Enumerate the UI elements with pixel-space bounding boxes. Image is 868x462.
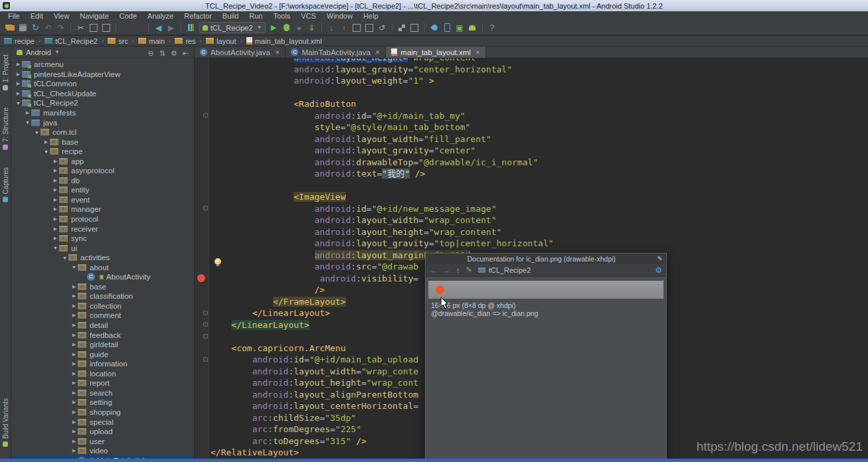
menu-window[interactable]: Window [321, 11, 358, 21]
run-configurations-icon[interactable] [185, 23, 197, 33]
expand-arrow-icon[interactable]: ▶ [52, 178, 59, 183]
tree-item-location[interactable]: ▶location [11, 369, 194, 379]
expand-arrow-icon[interactable]: ▶ [52, 226, 59, 232]
editor-tab-main_tab_layout.xml[interactable]: main_tab_layout.xml✕ [386, 46, 486, 58]
hide-panel-icon[interactable]: ⇤ [183, 49, 189, 57]
menu-analyze[interactable]: Analyze [142, 11, 179, 21]
forward-icon[interactable]: → [443, 266, 450, 274]
tree-item-entity[interactable]: ▶entity [11, 185, 194, 195]
fold-marker-icon[interactable] [203, 357, 208, 362]
menu-navigate[interactable]: Navigate [74, 11, 114, 21]
debug-icon[interactable] [281, 23, 292, 33]
expand-arrow-icon[interactable]: ▶ [15, 62, 22, 67]
help-icon[interactable]: ? [487, 23, 498, 33]
close-tab-icon[interactable]: ✕ [375, 49, 381, 56]
expand-arrow-icon[interactable]: ▶ [52, 206, 59, 212]
tree-item-detail[interactable]: ▶detail [11, 321, 194, 331]
expand-arrow-icon[interactable]: ▶ [70, 342, 78, 347]
android-monitor-icon[interactable] [467, 23, 478, 33]
menu-refactor[interactable]: Refactor [179, 11, 217, 21]
fold-marker-icon[interactable] [203, 322, 208, 327]
tree-item-pinterestlikeadapterview[interactable]: ▶pinterestLikeAdapterView [11, 70, 194, 80]
expand-arrow-icon[interactable]: ▼ [33, 130, 41, 135]
expand-arrow-icon[interactable]: ▶ [70, 303, 78, 309]
avd-manager-icon[interactable] [442, 23, 453, 33]
expand-arrow-icon[interactable]: ▼ [70, 265, 78, 270]
paste-icon[interactable] [100, 23, 112, 33]
menu-run[interactable]: Run [244, 11, 268, 21]
close-tab-icon[interactable]: ✕ [476, 49, 481, 56]
menu-vcs[interactable]: VCS [296, 11, 321, 21]
tree-item-manager[interactable]: ▶manager [11, 204, 194, 214]
menu-view[interactable]: View [48, 11, 75, 21]
breadcrumb-main_tab_layout.xml[interactable]: main_tab_layout.xml [246, 37, 322, 45]
tree-item-ui[interactable]: ▼ui [11, 243, 194, 253]
gradle-sync-icon[interactable]: ▣ [454, 23, 466, 33]
tree-item-special[interactable]: ▶special [11, 417, 194, 427]
tree-item-event[interactable]: ▶event [11, 195, 194, 205]
tree-item-asynprotocol[interactable]: ▶asynprotocol [11, 166, 194, 176]
expand-arrow-icon[interactable]: ▼ [61, 256, 68, 260]
menu-edit[interactable]: Edit [25, 11, 48, 21]
expand-arrow-icon[interactable]: ▼ [15, 101, 22, 106]
tree-item-information[interactable]: ▶information [11, 359, 194, 369]
project-structure-icon[interactable] [409, 23, 420, 33]
breadcrumb-res[interactable]: res [175, 37, 195, 45]
coverage-icon[interactable]: ● [294, 23, 305, 33]
forward-icon[interactable]: ▶ [165, 23, 177, 33]
tree-item-user[interactable]: ▶user [11, 436, 194, 446]
expand-arrow-icon[interactable]: ▶ [52, 236, 59, 241]
breadcrumb-main[interactable]: main [138, 37, 165, 45]
tree-item-tcl_recipe2[interactable]: ▼tCL_Recipe2 [11, 98, 194, 108]
breadcrumb-src[interactable]: src [108, 37, 128, 45]
run-icon[interactable]: ▶ [268, 23, 280, 33]
run-configuration-combo[interactable]: tCL_Recipe2▼ [199, 22, 266, 33]
project-tree[interactable]: ▶arcmenu▶pinterestLikeAdapterView▶tCLCom… [11, 58, 194, 459]
fold-marker-icon[interactable] [203, 113, 208, 117]
tree-item-feedback[interactable]: ▶feedback [11, 330, 194, 340]
expand-arrow-icon[interactable]: ▶ [52, 187, 59, 193]
expand-arrow-icon[interactable]: ▶ [15, 91, 22, 96]
expand-arrow-icon[interactable]: ▶ [52, 216, 59, 222]
sync-refresh-icon[interactable]: ↻ [30, 23, 41, 33]
tree-item-manifests[interactable]: ▶manifests [11, 108, 194, 118]
find-icon[interactable] [120, 23, 131, 33]
fold-marker-icon[interactable] [203, 311, 208, 315]
expand-arrow-icon[interactable]: ▼ [24, 120, 31, 125]
tree-item-arcmenu[interactable]: ▶arcmenu [11, 60, 194, 70]
editor-tab-maintabactivity.java[interactable]: CMainTabActivity.java✕ [286, 46, 386, 58]
tree-item-base[interactable]: ▶base [11, 282, 194, 292]
cut-icon[interactable]: ✂ [75, 23, 86, 33]
tree-item-com.tcl[interactable]: ▼com.tcl [11, 127, 194, 137]
image-preview[interactable] [428, 281, 663, 299]
tree-item-java[interactable]: ▼java [11, 117, 194, 127]
expand-arrow-icon[interactable]: ▶ [15, 72, 22, 77]
expand-arrow-icon[interactable]: ▶ [70, 293, 78, 299]
tree-item-base[interactable]: ▶base [11, 137, 194, 147]
stripe-7-structure[interactable]: 7: Structure [2, 108, 9, 153]
expand-arrow-icon[interactable]: ▶ [70, 371, 78, 376]
tree-item-app[interactable]: ▶app [11, 156, 194, 166]
tree-item-comment[interactable]: ▶comment [11, 311, 194, 321]
tree-item-protocol[interactable]: ▶protocol [11, 214, 194, 224]
expand-arrow-icon[interactable]: ▶ [70, 352, 78, 357]
tree-item-girldetail[interactable]: ▶girldetail [11, 340, 194, 350]
vcs-revert-icon[interactable]: ↺ [377, 23, 388, 33]
expand-arrow-icon[interactable]: ▶ [15, 81, 22, 86]
expand-arrow-icon[interactable]: ▶ [70, 380, 78, 386]
sdk-manager-icon[interactable] [429, 23, 440, 33]
expand-arrow-icon[interactable]: ▶ [70, 284, 78, 289]
editor-tab-aboutactivity.java[interactable]: CAboutActivity.java✕ [195, 46, 286, 58]
expand-arrow-icon[interactable]: ▶ [70, 400, 78, 405]
open-file-icon[interactable] [5, 23, 16, 33]
expand-arrow-icon[interactable]: ▶ [70, 323, 78, 328]
vcs-commit-icon[interactable]: ↑ [339, 23, 350, 33]
tree-item-video[interactable]: ▶video [11, 446, 194, 456]
tree-item-collection[interactable]: ▶collection [11, 301, 194, 311]
menu-file[interactable]: File [3, 11, 25, 21]
menu-build[interactable]: Build [217, 11, 244, 21]
expand-arrow-icon[interactable]: ▶ [24, 110, 31, 116]
redo-icon[interactable]: ↷ [55, 23, 66, 33]
stripe-1-project[interactable]: 1: Project [2, 54, 9, 93]
tree-item-receiver[interactable]: ▶receiver [11, 224, 194, 234]
